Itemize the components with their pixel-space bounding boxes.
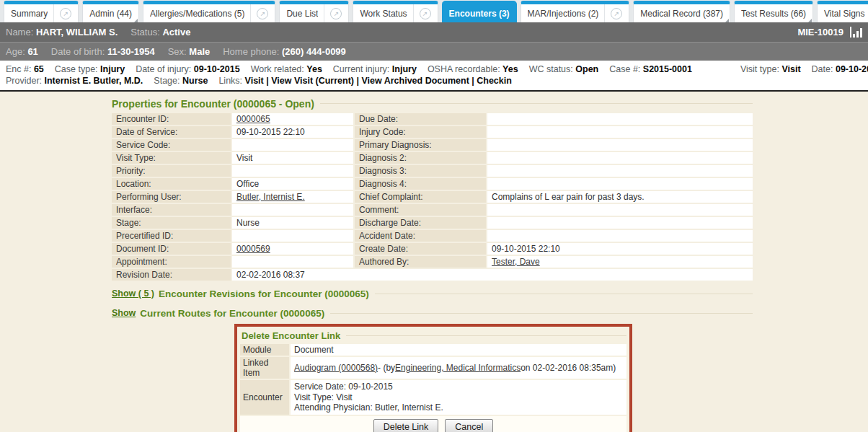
delete-encounter-link-dialog: Delete Encounter Link Module Document Li…	[234, 324, 632, 432]
field-value: Male	[189, 46, 210, 57]
title-rule	[320, 103, 753, 104]
field-value: S2015-0001	[643, 64, 692, 74]
linked-item-label: Linked Item	[240, 357, 289, 379]
tab-test-results-66[interactable]: Test Results (66)	[734, 1, 813, 22]
cancel-button[interactable]: Cancel	[445, 419, 493, 432]
patient-bar-line2: Age: 61Date of birth: 11-30-1954Sex: Mal…	[6, 46, 359, 57]
tab-divider	[604, 4, 605, 22]
tab-allergies-medications-5[interactable]: Allergies/Medications (5)↗	[143, 1, 275, 22]
field-value: 61	[27, 46, 37, 57]
field-value: (260) 444-0099	[282, 46, 346, 57]
tab-vital-signs[interactable]: Vital Signs↗	[817, 1, 868, 22]
field-label: Home phone:	[223, 46, 279, 57]
encounter-header-line2: Provider: Internist E. Butler, M.D.Stage…	[6, 75, 862, 87]
dropdown-fold-icon	[725, 19, 729, 22]
prop-value	[487, 113, 753, 125]
field-value: HART, WILLIAM S.	[36, 27, 118, 38]
tab-medical-record-387[interactable]: Medical Record (387)	[633, 1, 730, 22]
field-visit-type: Visit type: Visit	[740, 63, 801, 75]
tab-due-list[interactable]: Due List↗	[279, 1, 349, 22]
tab-label: Summary	[11, 9, 48, 19]
prop-label-due-date: Due Date:	[355, 113, 486, 125]
tab-work-status[interactable]: Work Status↗	[353, 1, 438, 22]
field-label: Case type:	[55, 64, 98, 74]
title-rule	[346, 335, 626, 336]
popout-icon[interactable]: ↗	[330, 8, 342, 19]
prop-value: Nurse	[232, 217, 353, 229]
field-provider: Provider: Internist E. Butler, M.D.	[6, 75, 143, 87]
encounter-attending-physician: Attending Physician: Butler, Internist E…	[294, 402, 623, 413]
field-label: Sex:	[168, 46, 187, 57]
tab-label: Encounters (3)	[449, 9, 510, 19]
prop-label-authored-by: Authored By:	[355, 256, 486, 268]
show-routes-link[interactable]: Show	[112, 308, 136, 318]
field-age: Age: 61	[6, 46, 38, 57]
field-label: Enc #:	[6, 64, 31, 74]
value-link-0000065[interactable]: 0000065	[236, 114, 270, 124]
tab-summary[interactable]: Summary↗	[4, 1, 79, 22]
field-label: OSHA recordable:	[428, 64, 500, 74]
field-links: Links: Visit | View Visit (Current) | Vi…	[218, 75, 511, 87]
popout-icon[interactable]: ↗	[60, 8, 71, 19]
prop-label-revision-date: Revision Date:	[112, 269, 231, 281]
tab-divider	[413, 4, 414, 22]
field-label: Work related:	[251, 64, 304, 74]
field-status: Status: Active	[130, 27, 190, 38]
field-case: Case #: S2015-0001	[609, 63, 692, 75]
linked-item-timestamp: on 02-02-2016 08:35am)	[521, 363, 616, 373]
field-value: 09-10-2015	[194, 64, 240, 74]
flowsheet-chart-icon[interactable]	[850, 27, 862, 38]
value-link-butler-internist-e[interactable]: Butler, Internist E.	[236, 192, 305, 202]
delete-link-button[interactable]: Delete Link	[373, 419, 439, 432]
prop-label-document-id: Document ID:	[112, 243, 231, 255]
prop-value	[487, 217, 753, 229]
prop-value	[232, 256, 353, 268]
heading-rule	[375, 294, 753, 294]
tab-label: MAR/Injections (2)	[528, 9, 599, 19]
author-user-link[interactable]: Engineering, Medical Informatics	[395, 363, 521, 373]
field-value: Yes	[502, 64, 518, 74]
prop-value: 09-10-2015 22:10	[487, 243, 753, 255]
popout-icon[interactable]: ↗	[257, 8, 268, 19]
field-label: Name:	[6, 27, 33, 38]
prop-label-interface: Interface:	[112, 204, 231, 216]
prop-label-appointment: Appointment:	[112, 256, 231, 268]
popout-icon[interactable]: ↗	[420, 8, 431, 19]
prop-value	[487, 230, 753, 242]
field-value: 11-30-1954	[107, 46, 155, 57]
audiogram-document-link[interactable]: Audiogram (0000568)	[294, 363, 378, 373]
tab-label: Due List	[286, 9, 318, 19]
prop-label-diagnosis-3: Diagnosis 3:	[355, 165, 486, 177]
tab-admin-44[interactable]: Admin (44)	[82, 1, 139, 22]
field-value: 09-10-2015	[836, 64, 868, 74]
linked-item-separator: - (by	[378, 363, 395, 373]
encounter-label: Encounter	[240, 380, 289, 415]
prop-value: Visit	[232, 152, 353, 164]
value-link-0000569[interactable]: 0000569	[236, 244, 270, 254]
section-current-routes: Show Current Routes for Encounter (00000…	[112, 307, 753, 319]
popout-icon[interactable]: ↗	[611, 8, 622, 19]
heading-rule	[330, 313, 753, 314]
prop-label-chief-complaint: Chief Complaint:	[355, 191, 486, 203]
field-label: Date:	[812, 64, 833, 74]
prop-label-diagnosis-2: Diagnosis 2:	[355, 152, 486, 164]
field-value: Active	[162, 27, 190, 38]
prop-value: Complains of L ear pain for past 3 days.	[487, 191, 753, 203]
tab-divider	[250, 4, 251, 22]
prop-value	[232, 139, 353, 151]
field-value: Yes	[306, 64, 322, 74]
field-value: Injury	[392, 64, 417, 74]
tab-mar-injections-2[interactable]: MAR/Injections (2)↗	[521, 1, 630, 22]
value-link-tester-dave[interactable]: Tester, Dave	[492, 257, 540, 267]
prop-value	[232, 204, 353, 216]
field-date-of-birth: Date of birth: 11-30-1954	[51, 46, 155, 57]
tab-encounters-3[interactable]: Encounters (3)	[442, 1, 517, 22]
chart-tab-bar: Summary↗Admin (44)Allergies/Medications …	[0, 0, 868, 22]
field-home-phone: Home phone: (260) 444-0099	[223, 46, 346, 57]
encounter-header: Enc #: 65Case type: InjuryDate of injury…	[0, 61, 868, 92]
tab-label: Vital Signs	[824, 9, 864, 19]
prop-label-stage: Stage:	[112, 217, 231, 229]
prop-label-comment: Comment:	[355, 204, 486, 216]
show-revisions-link[interactable]: Show ( 5 )	[112, 288, 154, 299]
dropdown-fold-icon	[134, 19, 138, 22]
